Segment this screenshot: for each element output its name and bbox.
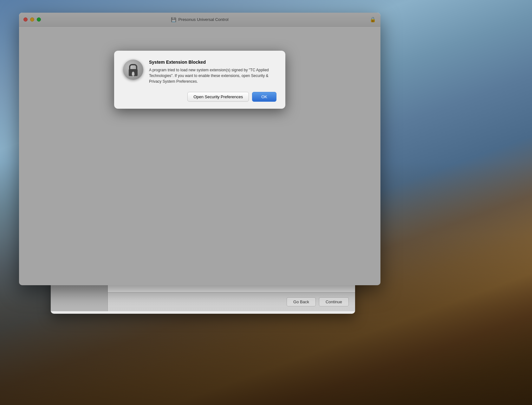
dialog-title: System Extension Blocked xyxy=(149,60,276,65)
security-lock-icon xyxy=(123,60,143,80)
dialog-buttons: Open Security Preferences OK xyxy=(123,92,276,102)
dialog-overlay: System Extension Blocked A program tried… xyxy=(19,13,380,285)
main-window: 💾 Presonus Universal Control 🔒 System Ex… xyxy=(19,13,380,285)
desktop: PreSonus Universal Control.pkg 📄 ███ UNI… xyxy=(0,0,532,405)
bg-continue-button[interactable]: Continue xyxy=(319,297,349,306)
bg-go-back-button[interactable]: Go Back xyxy=(287,297,316,306)
dialog-content: System Extension Blocked A program tried… xyxy=(123,60,276,84)
open-security-preferences-button[interactable]: Open Security Preferences xyxy=(187,92,249,102)
ok-button[interactable]: OK xyxy=(252,92,276,102)
dialog-text: System Extension Blocked A program tried… xyxy=(149,60,276,84)
lock-keyhole xyxy=(132,72,134,75)
bg-bottom-bar: Go Back Continue xyxy=(108,292,355,311)
dialog-message: A program tried to load new system exten… xyxy=(149,67,276,84)
dialog-icon xyxy=(123,60,143,80)
system-extension-dialog: System Extension Blocked A program tried… xyxy=(114,51,285,109)
